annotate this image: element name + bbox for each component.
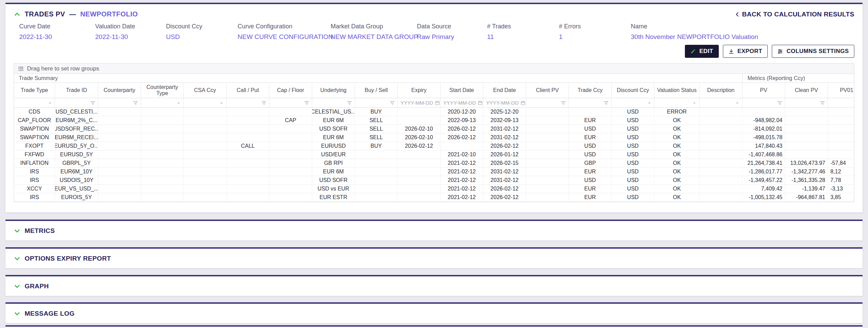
table-row[interactable]: IRSUSDOIS_10YUSD SOFR2021-02-122031-02-1… — [14, 176, 854, 185]
cell-end-date[interactable]: 2025-12-20 — [483, 108, 526, 116]
cell-client-pv[interactable] — [526, 168, 569, 176]
cell-description[interactable] — [700, 150, 742, 159]
cell-trade-id[interactable]: EUR6M_2%_C... — [55, 116, 98, 124]
filter-start-date[interactable]: YYYY-MM-DD — [441, 98, 483, 107]
cell-counterparty-type[interactable] — [141, 150, 184, 159]
filter-valuation-status[interactable] — [654, 98, 700, 107]
cell-trade-ccy[interactable]: EUR — [569, 133, 612, 142]
cell-pv[interactable]: -948,982.04 — [742, 116, 785, 124]
cell-pv01[interactable]: -3,13 — [828, 185, 854, 193]
cell-start-date[interactable]: 2020-12-20 — [441, 108, 483, 116]
cell-cap-floor[interactable] — [269, 150, 312, 159]
cell-trade-type[interactable]: IRS — [14, 168, 55, 176]
cell-underlying[interactable]: USD SOFR — [312, 176, 355, 184]
cell-clean-pv[interactable] — [785, 108, 828, 116]
cell-csa-ccy[interactable] — [184, 168, 227, 176]
cell-trade-ccy[interactable]: EUR — [569, 193, 612, 201]
cell-trade-id[interactable]: GBRPL_5Y — [55, 159, 98, 167]
cell-cap-floor[interactable] — [269, 108, 312, 116]
dropdown-caret-icon[interactable] — [48, 101, 52, 105]
cell-client-pv[interactable] — [526, 193, 569, 201]
filter-funnel-icon[interactable] — [133, 101, 138, 105]
cell-pv01[interactable] — [828, 142, 854, 150]
table-row[interactable]: SWAPTIONEUR6M_RECEI...EUR 6MSELL2026-02-… — [14, 133, 854, 142]
cell-client-pv[interactable] — [526, 159, 569, 167]
cell-counterparty[interactable] — [98, 142, 141, 150]
table-row[interactable]: FXFWDEURUSD_5YUSD/EUR2021-02-102026-01-1… — [14, 150, 854, 159]
cell-valuation-status[interactable]: OK — [654, 185, 700, 193]
cell-counterparty[interactable] — [98, 116, 141, 124]
cell-end-date[interactable]: 2026-02-15 — [483, 159, 526, 167]
cell-description[interactable] — [700, 159, 742, 167]
cell-start-date[interactable]: 2021-02-12 — [441, 159, 483, 167]
cell-csa-ccy[interactable] — [184, 185, 227, 193]
cell-pv01[interactable] — [828, 150, 854, 159]
filter-counterparty-type[interactable] — [141, 98, 184, 107]
cell-call-put[interactable] — [227, 193, 269, 201]
field-value[interactable]: NEW MARKET DATA GROUP — [331, 33, 413, 41]
cell-clean-pv[interactable] — [785, 133, 828, 142]
cell-start-date[interactable]: 2021-02-12 — [441, 168, 483, 176]
cell-trade-ccy[interactable]: EUR — [569, 168, 612, 176]
cell-counterparty[interactable] — [98, 159, 141, 167]
section-metrics[interactable]: METRICS — [5, 220, 863, 240]
filter-funnel-icon[interactable] — [561, 101, 566, 105]
cell-trade-ccy[interactable]: USD — [569, 176, 612, 184]
cell-buy-sell[interactable]: SELL — [355, 116, 398, 124]
cell-clean-pv[interactable]: -1,361,335.28 — [785, 176, 828, 184]
cell-counterparty-type[interactable] — [141, 116, 184, 124]
cell-description[interactable] — [700, 168, 742, 176]
cell-cap-floor[interactable]: CAP — [269, 116, 312, 124]
filter-funnel-icon[interactable] — [777, 101, 782, 105]
dropdown-caret-icon[interactable] — [692, 101, 697, 105]
cell-trade-ccy[interactable]: EUR — [569, 116, 612, 124]
filter-description[interactable] — [700, 98, 742, 107]
filter-call-put[interactable] — [227, 98, 269, 107]
cell-valuation-status[interactable]: OK — [654, 133, 700, 142]
cell-pv[interactable]: -814,092.01 — [742, 125, 785, 133]
filter-csa-ccy[interactable] — [184, 98, 227, 107]
cell-discount-ccy[interactable]: USD — [612, 176, 654, 184]
cell-trade-id[interactable]: USDOIS_10Y — [55, 176, 98, 184]
cell-expiry[interactable] — [398, 176, 441, 184]
cell-counterparty[interactable] — [98, 176, 141, 184]
cell-end-date[interactable]: 2032-09-13 — [483, 116, 526, 124]
cell-trade-id[interactable]: EUR_VS_USD_... — [55, 185, 98, 193]
cell-counterparty[interactable] — [98, 133, 141, 142]
cell-pv[interactable] — [742, 108, 785, 116]
cell-csa-ccy[interactable] — [184, 142, 227, 150]
cell-client-pv[interactable] — [526, 176, 569, 184]
cell-underlying[interactable]: EUR 6M — [312, 133, 355, 142]
cell-valuation-status[interactable]: OK — [654, 193, 700, 201]
cell-expiry[interactable] — [398, 193, 441, 201]
column-header-trade-id[interactable]: Trade ID — [55, 83, 98, 98]
column-header-pv[interactable]: PV — [742, 83, 785, 98]
cell-pv01[interactable]: -57,84 — [828, 159, 854, 167]
filter-funnel-icon[interactable] — [90, 101, 95, 105]
cell-pv01[interactable] — [828, 133, 854, 142]
filter-pv01[interactable] — [828, 98, 854, 107]
cell-counterparty-type[interactable] — [141, 168, 184, 176]
cell-end-date[interactable]: 2031-02-12 — [483, 133, 526, 142]
cell-clean-pv[interactable] — [785, 116, 828, 124]
cell-expiry[interactable]: 2026-02-10 — [398, 133, 441, 142]
cell-counterparty-type[interactable] — [141, 193, 184, 201]
column-header-counterparty[interactable]: Counterparty — [98, 83, 141, 98]
filter-client-pv[interactable] — [526, 98, 569, 107]
table-row[interactable]: CAP_FLOOREUR6M_2%_C...CAPEUR 6MSELL2022-… — [14, 116, 854, 125]
cell-start-date[interactable]: 2026-02-12 — [441, 125, 483, 133]
portfolio-link[interactable]: NEWPORTFOLIO — [80, 10, 138, 18]
cell-csa-ccy[interactable] — [184, 159, 227, 167]
cell-description[interactable] — [700, 125, 742, 133]
cell-buy-sell[interactable] — [355, 168, 398, 176]
column-header-expiry[interactable]: Expiry — [398, 83, 441, 98]
cell-clean-pv[interactable] — [785, 150, 828, 159]
cell-trade-ccy[interactable]: EUR — [569, 185, 612, 193]
cell-client-pv[interactable] — [526, 150, 569, 159]
dropdown-caret-icon[interactable] — [177, 101, 181, 105]
cell-client-pv[interactable] — [526, 142, 569, 150]
table-row[interactable]: IRSEUROIS_5YEUR ESTR2021-02-122026-02-12… — [14, 193, 854, 202]
filter-funnel-icon[interactable] — [304, 101, 309, 105]
cell-csa-ccy[interactable] — [184, 133, 227, 142]
section-message-log[interactable]: MESSAGE LOG — [5, 302, 863, 323]
